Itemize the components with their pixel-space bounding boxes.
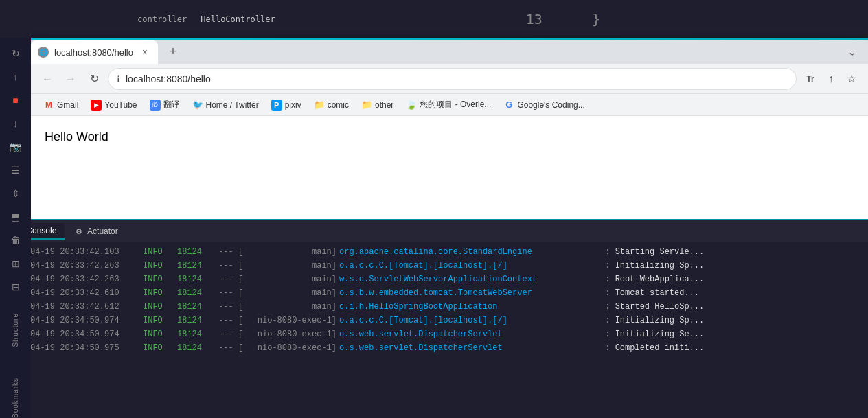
- sidebar-wrap-icon[interactable]: ☰: [5, 160, 27, 181]
- nav-bar: ← → ↻ ℹ Tr ↑ ☆: [31, 64, 868, 94]
- sidebar-refresh-icon[interactable]: ↻: [5, 43, 27, 64]
- log-sep: ---: [218, 273, 238, 286]
- log-pid: 18124: [177, 246, 218, 258]
- sidebar-down-icon[interactable]: ↓: [5, 113, 27, 134]
- log-row: 2022-04-19 20:33:42.263 INFO 18124 --- […: [0, 259, 868, 272]
- log-bracket: [: [238, 287, 243, 299]
- tab-title: localhost:8080/hello: [54, 47, 133, 58]
- log-level: INFO: [143, 301, 177, 313]
- tab-close-button[interactable]: ×: [139, 46, 151, 58]
- log-thread: main]: [243, 301, 339, 313]
- share-icon: ↑: [828, 73, 834, 85]
- sidebar-expand-icon[interactable]: ⇕: [5, 183, 27, 204]
- bookmark-gmail[interactable]: M Gmail: [38, 98, 84, 112]
- bookmark-twitter[interactable]: 🐦 Home / Twitter: [187, 98, 264, 112]
- bookmark-pixiv[interactable]: P pixiv: [266, 98, 307, 112]
- comic-folder-icon: 📁: [314, 100, 325, 111]
- log-row: 2022-04-19 20:34:50.975 INFO 18124 --- […: [0, 341, 868, 355]
- bookmark-google-coding[interactable]: G Google's Coding...: [498, 98, 590, 112]
- log-sep: ---: [218, 328, 238, 340]
- bookmark-other-label: other: [375, 100, 393, 110]
- log-class: o.s.b.w.embedded.tomcat.TomcatWebServer: [339, 287, 600, 299]
- refresh-icon: ↻: [90, 72, 99, 85]
- log-colon: :: [600, 301, 615, 313]
- share-button[interactable]: ↑: [821, 69, 841, 89]
- youtube-icon: ▶: [91, 100, 102, 111]
- new-tab-button[interactable]: +: [163, 42, 183, 61]
- sidebar-camera-icon[interactable]: 📷: [5, 137, 27, 157]
- log-sep: ---: [218, 287, 238, 299]
- other-folder-icon: 📁: [361, 100, 372, 111]
- actuator-tab-label: Actuator: [87, 227, 118, 236]
- bookmark-gmail-label: Gmail: [57, 100, 78, 110]
- bookmark-fanyi-label: 翻译: [163, 99, 180, 111]
- log-bracket: [: [238, 301, 243, 313]
- log-row: 2022-04-19 20:33:42.612 INFO 18124 --- […: [0, 300, 868, 314]
- url-input[interactable]: [126, 73, 788, 84]
- google-icon: G: [503, 100, 514, 111]
- sidebar-package-icon[interactable]: ⊞: [5, 253, 27, 274]
- log-level: INFO: [143, 259, 177, 272]
- log-level: INFO: [143, 342, 177, 354]
- bookmark-pixiv-label: pixiv: [285, 100, 301, 110]
- bookmarks-bar: M Gmail ▶ YouTube 必 翻译 🐦 Home / Twitter …: [31, 94, 868, 116]
- log-message: Started HelloSp...: [615, 301, 705, 313]
- tab-overflow-button[interactable]: ⌄: [842, 42, 861, 61]
- bookmark-project[interactable]: 🍃 您的项目 - Overle...: [400, 97, 496, 112]
- sidebar-stop-icon[interactable]: ■: [5, 90, 27, 111]
- sidebar-structure-label: Structure: [12, 313, 19, 347]
- log-colon: :: [600, 287, 615, 299]
- log-message: Root WebApplica...: [615, 273, 705, 286]
- log-colon: :: [600, 246, 615, 258]
- bookmark-other[interactable]: 📁 other: [356, 98, 399, 112]
- forward-button[interactable]: →: [61, 69, 80, 89]
- log-class: o.a.c.c.C.[Tomcat].[localhost].[/]: [339, 314, 600, 327]
- log-row: 2022-04-19 20:34:50.974 INFO 18124 --- […: [0, 327, 868, 341]
- twitter-icon: 🐦: [192, 100, 203, 111]
- log-sep: ---: [218, 259, 238, 272]
- bookmark-youtube[interactable]: ▶ YouTube: [85, 98, 142, 112]
- tab-actuator[interactable]: ⚙ Actuator: [67, 224, 126, 239]
- bookmark-project-label: 您的项目 - Overle...: [420, 99, 491, 111]
- log-sep: ---: [218, 314, 238, 327]
- active-tab[interactable]: 🌐 localhost:8080/hello ×: [31, 40, 158, 64]
- log-thread: main]: [243, 273, 339, 286]
- translate-button[interactable]: Tr: [801, 69, 820, 89]
- refresh-button[interactable]: ↻: [84, 69, 104, 89]
- sidebar-bookmarks-label: Bookmarks: [12, 378, 19, 418]
- sidebar-up-icon[interactable]: ↑: [5, 67, 27, 87]
- log-bracket: [: [238, 342, 243, 354]
- address-bar[interactable]: ℹ: [108, 68, 797, 90]
- security-icon: ℹ: [117, 73, 120, 84]
- log-class: w.s.c.ServletWebServerApplicationContext: [339, 273, 600, 286]
- tab-bar: 🌐 localhost:8080/hello × + ⌄: [31, 38, 868, 64]
- log-level: INFO: [143, 314, 177, 327]
- log-class: o.s.web.servlet.DispatcherServlet: [339, 328, 600, 340]
- nav-actions: Tr ↑ ☆: [801, 69, 861, 89]
- tab-favicon: 🌐: [38, 47, 49, 58]
- ide-file-1: controller: [137, 14, 187, 24]
- log-level: INFO: [143, 246, 177, 258]
- bookmark-star-button[interactable]: ☆: [842, 69, 861, 89]
- forward-icon: →: [65, 73, 76, 85]
- sidebar-layout-icon[interactable]: ⬒: [5, 207, 27, 227]
- ide-brace: 13 }: [303, 11, 600, 27]
- bookmark-comic[interactable]: 📁 comic: [308, 98, 354, 112]
- log-class: c.i.h.HelloSpringBootApplication: [339, 301, 600, 313]
- bookmark-twitter-label: Home / Twitter: [206, 100, 259, 110]
- log-thread: nio-8080-exec-1]: [243, 328, 339, 340]
- log-thread: nio-8080-exec-1]: [243, 342, 339, 354]
- log-sep: ---: [218, 246, 238, 258]
- log-pid: 18124: [177, 273, 218, 286]
- browser-top-accent: [31, 38, 868, 40]
- log-row: 2022-04-19 20:33:42.263 INFO 18124 --- […: [0, 272, 868, 286]
- log-class: o.a.c.c.C.[Tomcat].[localhost].[/]: [339, 259, 600, 272]
- bookmark-fanyi[interactable]: 必 翻译: [144, 97, 185, 112]
- sidebar-grid-icon[interactable]: ⊟: [5, 277, 27, 297]
- back-button[interactable]: ←: [38, 69, 57, 89]
- log-pid: 18124: [177, 328, 218, 340]
- log-sep: ---: [218, 301, 238, 313]
- sidebar-delete-icon[interactable]: 🗑: [5, 230, 27, 251]
- log-colon: :: [600, 342, 615, 354]
- log-pid: 18124: [177, 342, 218, 354]
